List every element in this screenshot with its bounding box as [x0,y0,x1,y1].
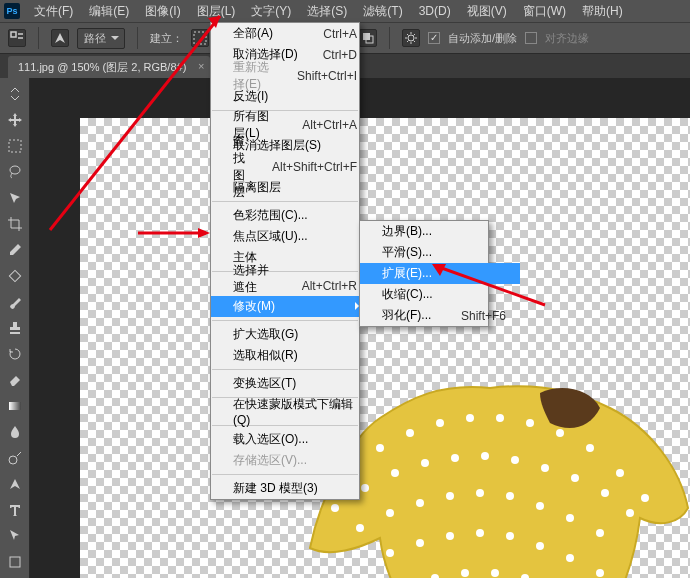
svg-point-18 [436,419,444,427]
svg-point-35 [601,489,609,497]
svg-point-13 [9,456,17,464]
menu-focus-area[interactable]: 焦点区域(U)... [211,226,371,247]
mode-dropdown[interactable]: 路径 [77,28,125,49]
svg-point-42 [506,492,514,500]
menu-select[interactable]: 选择(S) [299,0,355,22]
svg-point-44 [566,514,574,522]
menu-inverse[interactable]: 反选(I) [211,86,371,107]
menu-type[interactable]: 文字(Y) [243,0,299,22]
select-menu-dropdown: 全部(A)Ctrl+A 取消选择(D)Ctrl+D 重新选择(E)Shift+C… [210,22,360,500]
pen-tool-icon[interactable] [3,472,27,496]
svg-point-8 [408,35,414,41]
quick-select-tool-icon[interactable] [3,186,27,210]
menu-filter[interactable]: 滤镜(T) [355,0,410,22]
menu-window[interactable]: 窗口(W) [515,0,574,22]
svg-rect-14 [10,557,20,567]
svg-rect-9 [9,140,21,152]
svg-point-50 [506,532,514,540]
menu-file[interactable]: 文件(F) [26,0,81,22]
eraser-tool-icon[interactable] [3,368,27,392]
menu-help[interactable]: 帮助(H) [574,0,631,22]
submenu-feather[interactable]: 羽化(F)...Shift+F6 [360,305,520,326]
svg-point-52 [566,554,574,562]
dodge-tool-icon[interactable] [3,446,27,470]
tool-preset-icon[interactable] [8,29,26,47]
gradient-tool-icon[interactable] [3,394,27,418]
menu-isolate-layers[interactable]: 隔离图层 [211,177,371,198]
menu-save-selection[interactable]: 存储选区(V)... [211,450,371,471]
history-brush-tool-icon[interactable] [3,342,27,366]
submenu-smooth[interactable]: 平滑(S)... [360,242,520,263]
menu-reselect[interactable]: 重新选择(E)Shift+Ctrl+I [211,65,371,86]
checkbox-icon [428,32,440,44]
svg-point-47 [416,539,424,547]
move-tool-icon[interactable] [3,108,27,132]
eyedropper-tool-icon[interactable] [3,238,27,262]
svg-point-32 [511,456,519,464]
svg-point-24 [616,469,624,477]
type-tool-icon[interactable] [3,498,27,522]
svg-point-40 [446,492,454,500]
menu-select-and-mask[interactable]: 选择并遮住(K)...Alt+Ctrl+R [211,275,371,296]
menu-quick-mask[interactable]: 在快速蒙版模式下编辑(Q) [211,401,371,422]
blur-tool-icon[interactable] [3,420,27,444]
svg-point-17 [406,429,414,437]
menu-edit[interactable]: 编辑(E) [81,0,137,22]
svg-point-30 [451,454,459,462]
marquee-tool-icon[interactable] [3,134,27,158]
brush-tool-icon[interactable] [3,290,27,314]
make-selection-icon[interactable] [191,29,209,47]
menu-similar[interactable]: 选取相似(R) [211,345,371,366]
document-tab[interactable]: 111.jpg @ 150% (图层 2, RGB/8#) × [8,56,210,78]
lasso-tool-icon[interactable] [3,160,27,184]
submenu-contract[interactable]: 收缩(C)... [360,284,520,305]
stamp-tool-icon[interactable] [3,316,27,340]
svg-point-34 [571,474,579,482]
menu-view[interactable]: 视图(V) [459,0,515,22]
svg-point-25 [641,494,649,502]
gear-icon[interactable] [402,29,420,47]
menu-new-3d[interactable]: 新建 3D 模型(3) [211,478,371,499]
svg-point-53 [596,569,604,577]
svg-point-39 [416,499,424,507]
pen-tool-icon[interactable] [51,29,69,47]
menu-color-range[interactable]: 色彩范围(C)... [211,205,371,226]
svg-point-26 [331,504,339,512]
svg-point-21 [526,419,534,427]
healing-tool-icon[interactable] [3,264,27,288]
menu-find-layers[interactable]: 查找图层Alt+Shift+Ctrl+F [211,156,371,177]
svg-point-38 [386,509,394,517]
path-select-tool-icon[interactable] [3,524,27,548]
submenu-expand[interactable]: 扩展(E)... [360,263,520,284]
menu-layer[interactable]: 图层(L) [189,0,244,22]
align-edges[interactable]: 对齐边缘 [525,31,589,46]
close-icon[interactable]: × [198,60,204,72]
auto-add-delete[interactable]: 自动添加/删除 [428,31,517,46]
svg-point-56 [461,569,469,577]
menu-transform-selection[interactable]: 变换选区(T) [211,373,371,394]
menu-modify[interactable]: 修改(M) [211,296,371,317]
svg-point-48 [446,532,454,540]
canvas[interactable] [80,118,690,578]
crop-tool-icon[interactable] [3,212,27,236]
svg-point-29 [421,459,429,467]
svg-point-10 [10,166,20,174]
submenu-border[interactable]: 边界(B)... [360,221,520,242]
svg-point-46 [386,549,394,557]
svg-point-31 [481,452,489,460]
checkbox-icon [525,32,537,44]
svg-point-45 [596,529,604,537]
menubar: Ps 文件(F) 编辑(E) 图像(I) 图层(L) 文字(Y) 选择(S) 滤… [0,0,690,22]
menu-grow[interactable]: 扩大选取(G) [211,324,371,345]
svg-point-22 [556,429,564,437]
menu-all[interactable]: 全部(A)Ctrl+A [211,23,371,44]
menu-image[interactable]: 图像(I) [137,0,188,22]
app-icon: Ps [4,3,20,19]
svg-point-23 [586,444,594,452]
shape-tool-icon[interactable] [3,550,27,574]
modify-submenu: 边界(B)... 平滑(S)... 扩展(E)... 收缩(C)... 羽化(F… [359,220,489,327]
menu-load-selection[interactable]: 载入选区(O)... [211,429,371,450]
svg-point-28 [391,469,399,477]
menu-3d[interactable]: 3D(D) [411,0,459,22]
collapse-icon[interactable] [3,82,27,106]
